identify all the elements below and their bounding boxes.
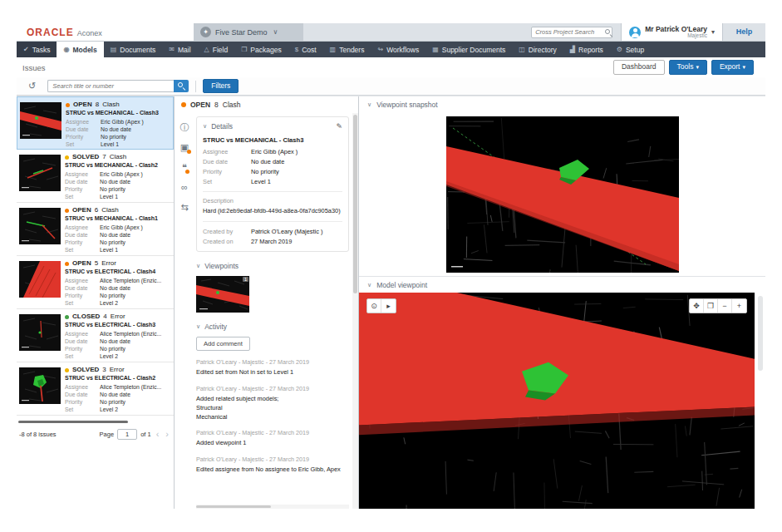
nav-item-tasks[interactable]: ✔Tasks (17, 42, 57, 57)
issue-card[interactable]: OPEN8ClashSTRUC vs MECHANICAL - Clash3As… (17, 96, 174, 150)
issue-count: -8 of 8 issues (19, 431, 57, 438)
divider (195, 81, 196, 92)
issue-field-row: PriorityNo priority (65, 185, 171, 193)
aconex-app: ORACLE Aconex ✦ Five Star Demo ∨ Mr Patr… (17, 23, 765, 509)
activity-section: ∨ Activity Add comment Patrick O'Leary -… (196, 323, 349, 474)
issue-title: STRUC vs ELECTRICAL - Clash4 (65, 268, 171, 276)
issue-card[interactable]: SOLVED7ClashSTRUC vs MECHANICAL - Clash2… (17, 150, 174, 203)
nav-item-reports[interactable]: ▟Reports (563, 42, 610, 57)
model-section-header[interactable]: ∨ Model viewpoint (359, 276, 765, 293)
issue-field-row: SetLevel 2 (65, 352, 171, 360)
detail-field-row: SetLevel 1 (203, 177, 342, 187)
comments-icon[interactable]: ❝ (182, 163, 187, 172)
issue-card[interactable]: CLOSED4ErrorSTRUC vs ELECTRICAL - Clash3… (17, 309, 174, 362)
page-number-input[interactable] (117, 429, 137, 440)
detail-icon-rail: ⓘ▣❝∞⇆ (175, 113, 194, 509)
activity-text: Edited set from Not in set to Level 1 (196, 368, 349, 377)
search-button[interactable] (174, 80, 189, 92)
filters-button[interactable]: Filters (203, 79, 239, 93)
viewpoints-section-header[interactable]: ∨ Viewpoints (196, 262, 349, 270)
issue-card[interactable]: OPEN6ClashSTRUC vs MECHANICAL - Clash1As… (17, 203, 174, 256)
refresh-icon[interactable]: ↺ (28, 81, 36, 91)
field-label: Assignee (66, 118, 101, 126)
issue-search-input[interactable] (47, 80, 174, 92)
nav-item-models[interactable]: ◉Models (57, 42, 103, 57)
help-link[interactable]: Help (722, 23, 765, 41)
issue-thumbnail[interactable] (19, 208, 61, 244)
zoom-in-icon[interactable]: + (732, 299, 746, 313)
cost-icon: $ (295, 46, 298, 53)
zoom-out-icon[interactable]: − (718, 299, 732, 313)
edit-pencil-icon[interactable]: ✎ (336, 122, 342, 131)
nav-item-mail[interactable]: ✉Mail (162, 42, 197, 57)
chevron-down-icon: ∨ (196, 323, 200, 330)
transform-icon[interactable]: ⇆ (180, 203, 188, 212)
field-label: Priority (65, 185, 100, 193)
activity-entry: Patrick O'Leary - Majestic - 27 March 20… (196, 358, 349, 377)
field-label: Set (65, 193, 100, 200)
vertical-scrollbar-thumb[interactable] (353, 115, 357, 293)
nav-item-workflows[interactable]: ↬Workflows (371, 42, 425, 57)
brand-logo: ORACLE Aconex (17, 23, 194, 41)
pan-icon[interactable]: ✥ (690, 299, 704, 313)
pager: Page of 1 ‹ › (100, 429, 170, 440)
field-label: Priority (203, 167, 251, 177)
user-menu[interactable]: Mr Patrick O'Leary Majestic ▾ (621, 23, 722, 41)
next-page-icon[interactable]: › (164, 430, 170, 439)
add-comment-button[interactable]: Add comment (196, 337, 250, 351)
nav-item-directory[interactable]: ◫Directory (512, 42, 563, 57)
activity-meta: Patrick O'Leary - Majestic - 27 March 20… (196, 429, 349, 436)
viewer-left-controls: ⊙ ▸ (366, 298, 396, 313)
detail-field-row: Created on27 March 2019 (203, 237, 342, 247)
expand-icon[interactable]: ▸ (381, 299, 396, 313)
horizontal-scrollbar-thumb[interactable] (196, 505, 271, 508)
viewpoints-icon[interactable]: ▣ (180, 143, 189, 152)
export-button[interactable]: Export▾ (711, 60, 754, 74)
field-label: Due date (65, 231, 100, 239)
issue-card-body: CLOSED4ErrorSTRUC vs ELECTRICAL - Clash3… (65, 313, 171, 358)
eye-icon[interactable]: ⊙ (367, 299, 381, 313)
issue-card[interactable]: SOLVED3ErrorSTRUC vs ELECTRICAL - Clash2… (17, 362, 174, 416)
nav-item-tenders[interactable]: ▥Tenders (323, 42, 371, 57)
issue-field-row: SetLevel 2 (65, 406, 171, 413)
detail-field-row: PriorityNo priority (203, 167, 342, 177)
project-selector[interactable]: ✦ Five Star Demo ∨ (194, 23, 303, 41)
field-value: No due date (251, 157, 284, 167)
attachments-icon[interactable]: ∞ (181, 183, 188, 192)
details-section-header[interactable]: ∨ Details ✎ (203, 122, 342, 131)
field-label: Assignee (203, 147, 251, 157)
vertical-scrollbar-thumb[interactable] (758, 296, 763, 371)
field-icon: △ (204, 46, 209, 53)
issue-status-row: SOLVED7Clash (65, 153, 171, 161)
activity-text: Added viewpoint 1 (196, 439, 349, 448)
dashboard-button[interactable]: Dashboard (613, 60, 665, 74)
issue-thumbnail[interactable] (19, 367, 61, 404)
snapshot-section-header[interactable]: ∨ Viewpoint snapshot (359, 96, 765, 113)
nav-item-supplier-documents[interactable]: ▦Supplier Documents (425, 42, 512, 57)
nav-item-documents[interactable]: ▤Documents (104, 42, 163, 57)
tools-button[interactable]: Tools▾ (669, 60, 707, 74)
issue-card[interactable]: OPEN5ErrorSTRUC vs ELECTRICAL - Clash4As… (17, 256, 174, 309)
issue-field-row: AssigneeAlice Templeton (Enzic... (65, 277, 171, 284)
nav-item-field[interactable]: △Field (198, 42, 235, 57)
issue-thumbnail[interactable] (19, 155, 61, 191)
issue-field-row: PriorityNo priority (66, 133, 170, 140)
field-value: No priority (100, 398, 125, 406)
nav-item-setup[interactable]: ⚙Setup (610, 42, 651, 57)
info-icon[interactable]: ⓘ (180, 123, 189, 132)
activity-section-header[interactable]: ∨ Activity (196, 323, 349, 331)
section-cube-icon[interactable]: ❐ (704, 299, 718, 313)
viewpoint-snapshot-image[interactable] (446, 116, 679, 273)
nav-item-cost[interactable]: $Cost (288, 42, 323, 57)
issue-thumbnail[interactable] (19, 261, 61, 298)
packages-icon: ❒ (241, 46, 247, 53)
nav-item-packages[interactable]: ❒Packages (234, 42, 288, 57)
issue-thumbnail[interactable] (20, 102, 61, 139)
detail-title: STRUC vs MECHANICAL - Clash3 (203, 136, 342, 144)
issue-thumbnail[interactable] (19, 314, 61, 351)
viewpoint-thumbnail[interactable]: 1 (196, 276, 249, 313)
field-value: No priority (101, 133, 126, 140)
model-viewer[interactable] (359, 293, 755, 509)
prev-page-icon[interactable]: ‹ (155, 430, 161, 439)
cross-project-search-input[interactable] (531, 27, 612, 38)
